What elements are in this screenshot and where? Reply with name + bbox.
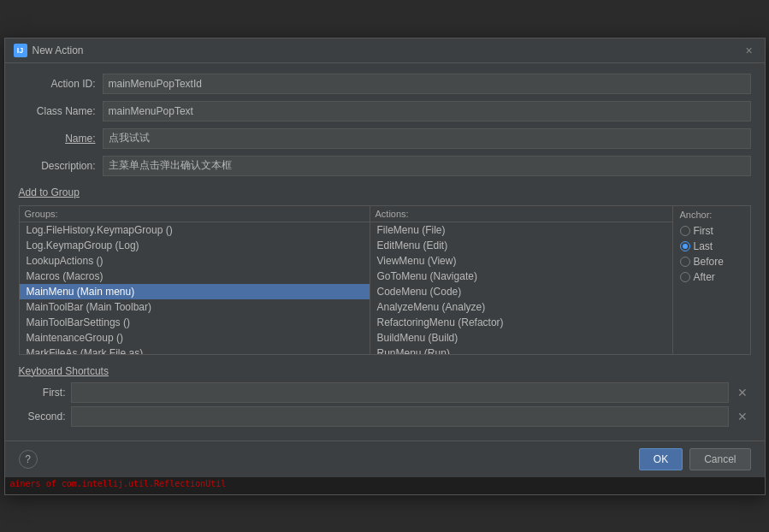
actions-list[interactable]: FileMenu (File)EditMenu (Edit)ViewMenu (… — [370, 222, 672, 354]
group-list-item[interactable]: MainToolBarSettings () — [20, 315, 370, 330]
second-shortcut-row: Second: ✕ — [19, 406, 751, 427]
group-list-item[interactable]: Macros (Macros) — [20, 269, 370, 284]
app-icon: IJ — [14, 44, 27, 57]
anchor-last-radio[interactable] — [680, 241, 690, 251]
anchor-first-row[interactable]: First — [680, 225, 743, 237]
anchor-last-row[interactable]: Last — [680, 240, 743, 252]
action-list-item[interactable]: FileMenu (File) — [370, 222, 672, 238]
action-list-item[interactable]: CodeMenu (Code) — [370, 284, 672, 299]
description-label: Description: — [19, 160, 96, 172]
anchor-after-row[interactable]: After — [680, 271, 743, 283]
anchor-before-row[interactable]: Before — [680, 256, 743, 268]
action-list-item[interactable]: AnalyzeMenu (Analyze) — [370, 299, 672, 315]
anchor-panel: Anchor: First Last Before After — [673, 206, 750, 354]
title-bar: IJ New Action × — [5, 38, 765, 63]
group-list-item[interactable]: MaintenanceGroup () — [20, 330, 370, 346]
anchor-first-label: First — [694, 225, 713, 237]
class-name-label: Class Name: — [19, 105, 96, 117]
first-shortcut-row: First: ✕ — [19, 382, 751, 403]
class-name-row: Class Name: — [19, 101, 751, 121]
class-name-input[interactable] — [103, 101, 751, 121]
groups-header: Groups: — [20, 206, 370, 222]
groups-actions-area: Groups: Log.FileHistory.KeymapGroup ()Lo… — [19, 205, 751, 355]
second-shortcut-input[interactable] — [71, 406, 729, 427]
action-id-label: Action ID: — [19, 78, 96, 90]
footer-buttons: OK Cancel — [639, 448, 751, 470]
dialog-footer: ? OK Cancel — [5, 440, 765, 477]
ok-button[interactable]: OK — [639, 448, 683, 470]
second-shortcut-clear-button[interactable]: ✕ — [734, 408, 751, 425]
keyboard-label: Keyboard Shortcuts — [19, 365, 751, 377]
name-input[interactable] — [103, 128, 751, 149]
group-list-item[interactable]: MarkFileAs (Mark File as) — [20, 346, 370, 354]
terminal-strip: ainers of com.intellij.util.ReflectionUt… — [5, 477, 765, 494]
name-label: Name: — [19, 133, 96, 145]
dialog-title: New Action — [33, 44, 737, 56]
add-to-group-label: Add to Group — [19, 186, 751, 198]
anchor-label: Anchor: — [680, 210, 743, 220]
cancel-button[interactable]: Cancel — [689, 448, 750, 470]
action-list-item[interactable]: RefactoringMenu (Refactor) — [370, 315, 672, 330]
second-shortcut-label: Second: — [19, 411, 66, 423]
new-action-dialog: IJ New Action × Action ID: Class Name: N… — [4, 38, 766, 495]
help-button[interactable]: ? — [19, 450, 38, 469]
dialog-body: Action ID: Class Name: Name: Description… — [5, 63, 765, 440]
name-row: Name: — [19, 128, 751, 149]
anchor-before-radio[interactable] — [680, 257, 690, 267]
action-list-item[interactable]: ViewMenu (View) — [370, 253, 672, 269]
actions-panel: Actions: FileMenu (File)EditMenu (Edit)V… — [370, 206, 673, 354]
first-shortcut-label: First: — [19, 387, 66, 399]
terminal-text: ainers of com.intellij.util.ReflectionUt… — [10, 479, 227, 488]
first-shortcut-input[interactable] — [71, 382, 729, 403]
group-list-item[interactable]: LookupActions () — [20, 253, 370, 269]
description-row: Description: — [19, 156, 751, 176]
action-id-row: Action ID: — [19, 74, 751, 94]
description-input[interactable] — [103, 156, 751, 176]
action-list-item[interactable]: BuildMenu (Build) — [370, 330, 672, 346]
anchor-after-radio[interactable] — [680, 272, 690, 282]
action-list-item[interactable]: RunMenu (Run) — [370, 346, 672, 354]
group-list-item[interactable]: Log.KeymapGroup (Log) — [20, 238, 370, 253]
anchor-after-label: After — [694, 271, 715, 283]
action-id-input[interactable] — [103, 74, 751, 94]
groups-list[interactable]: Log.FileHistory.KeymapGroup ()Log.Keymap… — [20, 222, 370, 354]
close-button[interactable]: × — [742, 44, 756, 57]
keyboard-section: Keyboard Shortcuts First: ✕ Second: ✕ — [19, 365, 751, 430]
anchor-before-label: Before — [694, 256, 724, 268]
actions-header: Actions: — [370, 206, 672, 222]
group-list-item[interactable]: MainToolBar (Main Toolbar) — [20, 299, 370, 315]
first-shortcut-clear-button[interactable]: ✕ — [734, 384, 751, 401]
groups-panel: Groups: Log.FileHistory.KeymapGroup ()Lo… — [20, 206, 370, 354]
action-list-item[interactable]: GoToMenu (Navigate) — [370, 269, 672, 284]
anchor-first-radio[interactable] — [680, 226, 690, 236]
anchor-last-label: Last — [694, 240, 713, 252]
action-list-item[interactable]: EditMenu (Edit) — [370, 238, 672, 253]
group-list-item[interactable]: MainMenu (Main menu) — [20, 284, 370, 299]
group-list-item[interactable]: Log.FileHistory.KeymapGroup () — [20, 222, 370, 238]
